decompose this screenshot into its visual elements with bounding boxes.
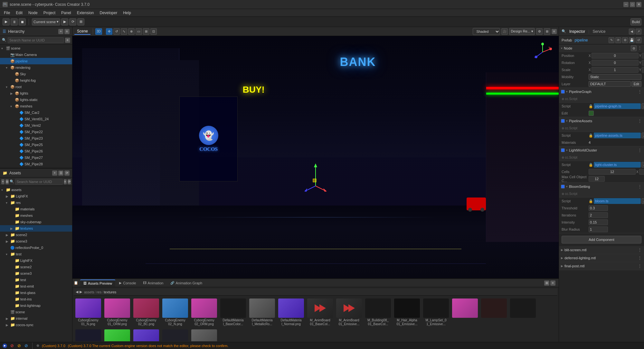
asset-item-materials[interactable]: 📁 materials — [0, 206, 72, 212]
prefab-refresh-btn[interactable]: ↺ — [636, 37, 641, 43]
prefab-reload-btn[interactable]: ⟳ — [615, 37, 621, 43]
assets-refresh-btn[interactable]: ⟳ — [64, 170, 70, 176]
tree-item-lights-static[interactable]: 📦 lights-static — [0, 96, 72, 103]
asset-thumb-21[interactable] — [190, 328, 218, 341]
viewport-settings-btn[interactable]: ⚙ — [536, 28, 543, 35]
status-info-icon[interactable]: ⊘ — [24, 344, 28, 348]
position-x-input[interactable] — [592, 53, 639, 59]
asset-item-test-scene3[interactable]: 📁 scene3 — [0, 270, 72, 277]
tree-item-scene[interactable]: ▾ 🎬 scene — [0, 45, 72, 51]
deferred-lighting-menu-btn[interactable]: ⋮ — [638, 255, 642, 261]
script-arrow-btn[interactable]: ↗ — [641, 103, 644, 109]
breadcrumb-item[interactable]: assets — [84, 290, 94, 294]
menu-help[interactable]: Help — [120, 10, 134, 16]
asset-thumb-15[interactable] — [480, 298, 508, 327]
asset-item-test-ins[interactable]: 📁 test-ins — [0, 296, 72, 302]
lwc-header[interactable]: ▾ LightWorldCluster ⋮ — [559, 146, 644, 154]
inspector-expand-btn[interactable]: ↗ — [636, 29, 641, 34]
asset-item-test[interactable]: ▾ 📁 test — [0, 251, 72, 257]
asset-thumb-6[interactable]: DefaultMaterial_BaseColor... — [219, 298, 247, 327]
pipeline-graph-menu-btn[interactable]: ⋮ — [638, 89, 642, 94]
breadcrumb-item[interactable]: res — [97, 290, 101, 294]
bloom-header[interactable]: ▾ BloomSetting ⋮ — [559, 183, 644, 190]
tree-item-sm-vent2[interactable]: 🔷 SM_Vent2 — [0, 122, 72, 129]
blit-screen-menu-btn[interactable]: ⋮ — [638, 247, 642, 253]
toolbar-fullscreen[interactable]: ⊞ — [77, 18, 84, 25]
service-tab[interactable]: Service — [591, 29, 607, 34]
bottom-layout-btn[interactable]: ⊞ — [544, 280, 549, 286]
menu-project[interactable]: Project — [41, 10, 58, 16]
mobility-select[interactable]: Static Movable — [589, 74, 641, 80]
camera-settings-btn[interactable]: 🎥 — [501, 28, 508, 35]
toolbar-play[interactable]: ▶ — [3, 18, 10, 25]
asset-thumb-20[interactable] — [161, 328, 189, 341]
asset-item-test-emit[interactable]: 📁 test-emit — [0, 283, 72, 289]
final-post-header[interactable]: ▶ final-post.mtl ⋮ — [559, 262, 644, 270]
menu-edit[interactable]: Edit — [13, 10, 25, 16]
lwc-menu-btn[interactable]: ⋮ — [638, 148, 642, 153]
blit-screen-header[interactable]: ▶ blit-screen.mtl ⋮ — [559, 246, 644, 254]
bloom-menu-btn[interactable]: ⋮ — [638, 184, 642, 189]
asset-thumb-17[interactable] — [74, 328, 102, 341]
asset-item-test-lightfx[interactable]: 📁 LightFX — [0, 257, 72, 264]
shaded-select[interactable]: Shaded Wireframe — [473, 28, 500, 35]
design-re-btn[interactable]: Design Re... ▾ — [509, 28, 535, 35]
tree-item-root[interactable]: ▾ 📦 root — [0, 84, 72, 90]
assets-sort-btn[interactable]: ⊞ — [5, 179, 9, 184]
viewport-more-btn[interactable]: ⊞ — [544, 28, 550, 35]
toolbar-play2[interactable]: ▶ — [61, 18, 68, 25]
cells-y-input[interactable] — [639, 169, 644, 175]
tab-assets-preview[interactable]: 🖼 Assets Preview — [80, 280, 115, 287]
asset-item-meshes[interactable]: 📁 meshes — [0, 212, 72, 219]
menu-developer[interactable]: Developer — [97, 10, 120, 16]
scale-y-input[interactable] — [642, 67, 644, 73]
assets-add-btn[interactable]: + — [52, 170, 57, 176]
asset-thumb-11[interactable]: M_Building08_01_BaseCol... — [364, 298, 392, 327]
assets-add2-btn[interactable]: + — [1, 179, 5, 184]
asset-thumb-14[interactable] — [451, 298, 479, 327]
hierarchy-add-btn[interactable]: + — [58, 29, 63, 34]
comp-enabled-check-4[interactable] — [561, 185, 565, 188]
toolbar-refresh[interactable]: ⟳ — [69, 18, 76, 25]
tab-animation-graph[interactable]: 🔗 Animation Graph — [167, 280, 205, 287]
asset-thumb-3[interactable]: CyborgEnemy02_BC.png — [132, 298, 160, 327]
tree-item-meshes[interactable]: ▾ 📦 meshes — [0, 103, 72, 109]
tree-item-sm-car2[interactable]: 🔷 SM_Car2 — [0, 109, 72, 116]
toolbar-pause[interactable]: ⏸ — [11, 18, 18, 25]
menu-file[interactable]: File — [1, 10, 13, 16]
move-tool-btn[interactable]: ⊕ — [128, 28, 135, 35]
asset-item-test-lightmap[interactable]: 📁 test-lightmap — [0, 302, 72, 309]
rotation-x-input[interactable] — [592, 60, 639, 66]
pipeline-assets-header[interactable]: ▾ PipelineAssets ⋮ — [559, 117, 644, 125]
inspector-collapse-btn[interactable]: ◀ — [629, 29, 635, 34]
node-section-header[interactable]: ▾ Node ⚙ ⋮ — [559, 44, 644, 52]
tree-item-lights[interactable]: ▶ 📦 lights — [0, 90, 72, 96]
assets-filter-btn[interactable]: ≡ — [64, 179, 67, 184]
asset-item-cocos-sync[interactable]: ▶ 📁 cocos-sync — [0, 322, 72, 328]
assets-layout-btn[interactable]: ☰ — [58, 170, 63, 176]
pipeline-assets-menu-btn[interactable]: ⋮ — [638, 118, 642, 124]
tree-item-main-camera[interactable]: 📷 Main Camera — [0, 51, 72, 58]
asset-item-reflection[interactable]: 🔵 reflectionProbe_0 — [0, 244, 72, 251]
script-arrow-btn-3[interactable]: ↗ — [641, 162, 644, 168]
select-tool-btn[interactable]: ✜ — [106, 28, 112, 35]
hierarchy-menu-btn[interactable]: ≡ — [64, 29, 70, 34]
asset-thumb-13[interactable]: M_LampSet_01_Emissive... — [422, 298, 450, 327]
asset-thumb-9[interactable]: M_AnimBoard01_BaseCol... — [306, 298, 334, 327]
viewport-menu-btn[interactable]: ≡ — [552, 29, 557, 34]
deferred-lighting-header[interactable]: ▶ deferred-lighting.mtl ⋮ — [559, 254, 644, 262]
tab-console[interactable]: ▶ Console — [116, 280, 139, 287]
script-arrow-btn-2[interactable]: ↗ — [641, 133, 644, 138]
asset-item-assets[interactable]: ▾ 📁 assets — [0, 187, 72, 193]
menu-extension[interactable]: Extension — [74, 10, 97, 16]
tree-item-sm-pipe26[interactable]: 🔷 SM_Pipe26 — [0, 148, 72, 154]
rotate-tool-btn[interactable]: ↺ — [113, 28, 120, 35]
intensity-input[interactable] — [589, 219, 608, 225]
comp-enabled-check[interactable] — [561, 90, 565, 94]
asset-item-scene-file[interactable]: 🎬 scene — [0, 309, 72, 315]
comp-enabled-check-2[interactable] — [561, 119, 565, 123]
script-arrow-btn-4[interactable]: ↗ — [641, 198, 644, 204]
tree-item-sm-pipe28[interactable]: 🔷 SM_Pipe28 — [0, 161, 72, 167]
asset-item-sky-cubemap[interactable]: 📁 sky-cubemap — [0, 219, 72, 225]
threshold-input[interactable] — [589, 205, 608, 211]
